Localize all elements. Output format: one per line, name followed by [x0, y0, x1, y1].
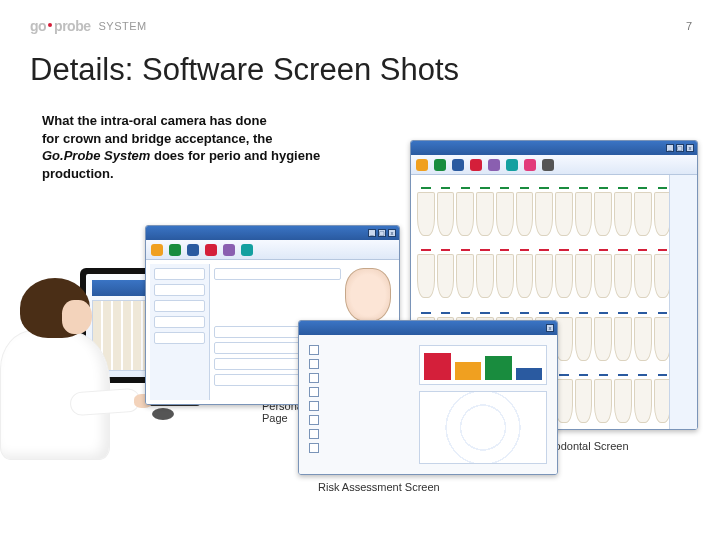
tooth-icon[interactable]: [437, 254, 455, 298]
tooth-icon[interactable]: [594, 317, 612, 361]
toolbar-icon[interactable]: [506, 159, 518, 171]
window-max-icon[interactable]: ▢: [378, 229, 386, 237]
screenshot-risk-assessment: x: [298, 320, 558, 475]
slide-title: Details: Software Screen Shots: [0, 34, 720, 88]
risk-checkbox[interactable]: [309, 345, 407, 355]
toolbar-icon[interactable]: [169, 244, 181, 256]
window-close-icon[interactable]: x: [686, 144, 694, 152]
tooth-icon[interactable]: [614, 254, 632, 298]
tooth-icon[interactable]: [516, 254, 534, 298]
goprobe-logo: go probe: [30, 18, 91, 34]
window-max-icon[interactable]: ▢: [676, 144, 684, 152]
tooth-icon[interactable]: [634, 254, 652, 298]
patient-photo: [345, 268, 391, 322]
teeth-row: [415, 242, 693, 301]
tooth-icon[interactable]: [535, 192, 553, 236]
risk-checkbox[interactable]: [309, 401, 407, 411]
risk-checkbox[interactable]: [309, 373, 407, 383]
window-close-icon[interactable]: x: [546, 324, 554, 332]
left-panel: [150, 264, 210, 400]
window-close-icon[interactable]: x: [388, 229, 396, 237]
panel-item[interactable]: [154, 300, 205, 312]
tooth-icon[interactable]: [614, 317, 632, 361]
toolbar-icon[interactable]: [416, 159, 428, 171]
tooth-icon[interactable]: [417, 254, 435, 298]
risk-checkbox[interactable]: [309, 387, 407, 397]
window-titlebar: x: [299, 321, 557, 335]
tooth-icon[interactable]: [594, 379, 612, 423]
window-min-icon[interactable]: _: [368, 229, 376, 237]
tooth-icon[interactable]: [575, 379, 593, 423]
lead-line-2: for crown and bridge acceptance, the: [42, 131, 272, 146]
risk-radar-chart: [419, 391, 547, 464]
bar-icon: [485, 356, 512, 380]
tooth-icon[interactable]: [476, 254, 494, 298]
tooth-icon[interactable]: [575, 192, 593, 236]
window-min-icon[interactable]: _: [666, 144, 674, 152]
app-toolbar: [411, 155, 697, 175]
risk-checkbox[interactable]: [309, 429, 407, 439]
toolbar-icon[interactable]: [241, 244, 253, 256]
right-sidebar: [669, 175, 697, 429]
caption-risk-assessment: Risk Assessment Screen: [318, 481, 440, 493]
tooth-icon[interactable]: [594, 192, 612, 236]
page-number: 7: [686, 20, 692, 32]
form-field[interactable]: [214, 374, 301, 386]
window-titlebar: _ ▢ x: [146, 226, 399, 240]
risk-charts: [413, 339, 553, 470]
app-toolbar: [146, 240, 399, 260]
toolbar-icon[interactable]: [187, 244, 199, 256]
panel-item[interactable]: [154, 268, 205, 280]
tooth-icon[interactable]: [516, 192, 534, 236]
tooth-icon[interactable]: [575, 317, 593, 361]
panel-item[interactable]: [154, 332, 205, 344]
bar-icon: [516, 368, 543, 380]
tooth-icon[interactable]: [555, 254, 573, 298]
tooth-icon[interactable]: [437, 192, 455, 236]
arm: [69, 388, 141, 417]
toolbar-icon[interactable]: [524, 159, 536, 171]
toolbar-icon[interactable]: [488, 159, 500, 171]
toolbar-icon[interactable]: [470, 159, 482, 171]
tooth-icon[interactable]: [417, 192, 435, 236]
tooth-icon[interactable]: [614, 192, 632, 236]
logo-go-text: go: [30, 18, 46, 34]
tooth-icon[interactable]: [456, 254, 474, 298]
tooth-icon[interactable]: [496, 192, 514, 236]
person-figure: [0, 278, 110, 458]
risk-checkbox[interactable]: [309, 415, 407, 425]
form-field[interactable]: [214, 358, 301, 370]
tooth-icon[interactable]: [456, 192, 474, 236]
toolbar-icon[interactable]: [151, 244, 163, 256]
lead-line-1: What the intra-oral camera has done: [42, 113, 267, 128]
panel-item[interactable]: [154, 284, 205, 296]
risk-checklist: [303, 339, 413, 470]
risk-body: [299, 335, 557, 474]
lead-line-4: production.: [42, 166, 114, 181]
toolbar-icon[interactable]: [434, 159, 446, 171]
toolbar-icon[interactable]: [205, 244, 217, 256]
tooth-icon[interactable]: [555, 192, 573, 236]
tooth-icon[interactable]: [594, 254, 612, 298]
risk-checkbox[interactable]: [309, 359, 407, 369]
toolbar-icon[interactable]: [542, 159, 554, 171]
risk-bar-chart: [419, 345, 547, 385]
form-field[interactable]: [214, 342, 301, 354]
tooth-icon[interactable]: [634, 317, 652, 361]
bar-icon: [455, 362, 482, 380]
tooth-icon[interactable]: [634, 192, 652, 236]
panel-item[interactable]: [154, 316, 205, 328]
bar-icon: [424, 353, 451, 380]
tooth-icon[interactable]: [476, 192, 494, 236]
tooth-icon[interactable]: [496, 254, 514, 298]
tooth-icon[interactable]: [575, 254, 593, 298]
form-field[interactable]: [214, 326, 301, 338]
toolbar-icon[interactable]: [452, 159, 464, 171]
tooth-icon[interactable]: [614, 379, 632, 423]
toolbar-icon[interactable]: [223, 244, 235, 256]
tooth-icon[interactable]: [634, 379, 652, 423]
teeth-row: [415, 179, 693, 238]
risk-checkbox[interactable]: [309, 443, 407, 453]
tooth-icon[interactable]: [535, 254, 553, 298]
form-field[interactable]: [214, 268, 341, 280]
